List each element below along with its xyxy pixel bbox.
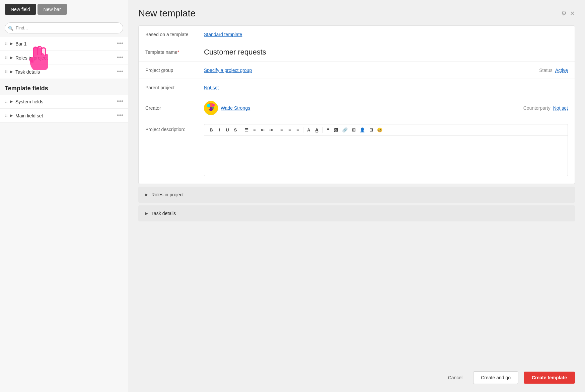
taskdetails-label: Task details <box>15 69 114 75</box>
search-icon: 🔍 <box>8 25 13 30</box>
bars-list: ⠿ ▶ Bar 1 ••• ⠿ ▶ Roles in project ••• ⠿… <box>0 37 128 79</box>
align-left-button[interactable]: ≡ <box>278 126 285 133</box>
blockquote-button[interactable]: ❝ <box>324 126 332 133</box>
parent-project-value: Not set <box>204 85 568 90</box>
bold-button[interactable]: B <box>208 126 215 133</box>
new-bar-button[interactable]: New bar <box>38 4 67 15</box>
roles-label: Roles in project <box>15 55 114 61</box>
roles-chevron-icon: ▶ <box>145 192 148 197</box>
creator-name-link[interactable]: Wade Strongs <box>221 105 250 111</box>
chevron-roles: ▶ <box>10 56 13 60</box>
editor-body[interactable] <box>204 136 568 176</box>
indent-less-button[interactable]: ⇤ <box>259 126 266 133</box>
project-description-row: Project description: B I U S ☰ ≡ ⇤ ⇥ ≡ <box>139 120 575 184</box>
search-input[interactable] <box>5 22 123 33</box>
project-group-value: Specify a project group <box>204 68 539 73</box>
italic-button[interactable]: I <box>216 126 223 133</box>
toolbar-sep-3 <box>303 127 303 133</box>
based-on-link[interactable]: Standard template <box>204 32 242 37</box>
tree-item-bar1[interactable]: ⠿ ▶ Bar 1 ••• <box>0 37 128 51</box>
template-fields-heading: Template fields <box>0 79 128 95</box>
svg-point-5 <box>208 107 210 109</box>
image-button[interactable]: 🖼 <box>332 126 340 133</box>
creator-label: Creator <box>145 105 204 111</box>
creator-row: Creator Wade Strongs Counterpart <box>139 96 575 120</box>
rich-text-editor: B I U S ☰ ≡ ⇤ ⇥ ≡ ≡ ≡ A <box>204 124 568 176</box>
roles-section[interactable]: ▶ Roles in project <box>138 187 575 203</box>
project-description-label: Project description: <box>145 124 204 132</box>
table-button[interactable]: ⊞ <box>350 126 357 133</box>
bottom-bar: Cancel Create and go Create template <box>138 365 575 384</box>
avatar-icon <box>204 101 218 115</box>
editor-toolbar: B I U S ☰ ≡ ⇤ ⇥ ≡ ≡ ≡ A <box>204 124 568 136</box>
new-field-button[interactable]: New field <box>5 4 36 15</box>
based-on-value: Standard template <box>204 32 568 37</box>
template-name-row: Template name* <box>139 43 575 62</box>
svg-point-3 <box>212 104 215 106</box>
drag-handle-systemfields: ⠿ <box>5 99 8 104</box>
parent-project-link[interactable]: Not set <box>204 85 219 90</box>
form-card: Based on a template Standard template Te… <box>138 25 575 184</box>
underline-button[interactable]: U <box>224 126 231 133</box>
status-section: Status Active <box>539 68 568 73</box>
mainfieldset-menu[interactable]: ••• <box>114 112 123 119</box>
mainfieldset-label: Main field set <box>15 113 114 118</box>
tree-item-systemfields[interactable]: ⠿ ▶ System fields ••• <box>0 95 128 109</box>
project-group-link[interactable]: Specify a project group <box>204 68 252 73</box>
link-button[interactable]: 🔗 <box>341 126 349 133</box>
create-template-button[interactable]: Create template <box>524 372 575 384</box>
status-value[interactable]: Active <box>555 68 568 73</box>
person-button[interactable]: 👤 <box>358 126 367 133</box>
strikethrough-button[interactable]: S <box>232 126 239 133</box>
based-on-row: Based on a template Standard template <box>139 26 575 43</box>
indent-more-button[interactable]: ⇥ <box>267 126 274 133</box>
counterparty-section: Counterparty Not set <box>523 105 568 111</box>
align-right-button[interactable]: ≡ <box>294 126 301 133</box>
avatar <box>204 101 218 115</box>
align-center-button[interactable]: ≡ <box>286 126 293 133</box>
toolbar-sep-4 <box>322 127 322 133</box>
template-name-input[interactable] <box>204 48 568 57</box>
chevron-systemfields: ▶ <box>10 99 13 104</box>
embed-button[interactable]: ⊡ <box>367 126 375 133</box>
task-details-section[interactable]: ▶ Task details <box>138 205 575 221</box>
drag-handle-roles: ⠿ <box>5 55 8 60</box>
bar1-menu[interactable]: ••• <box>114 40 123 47</box>
font-color-button[interactable]: A <box>305 126 312 133</box>
emoji-button[interactable]: 😀 <box>375 126 384 133</box>
svg-point-2 <box>207 104 210 107</box>
left-toolbar: New field New bar <box>0 0 128 19</box>
systemfields-menu[interactable]: ••• <box>114 98 123 105</box>
drag-handle-taskdetails: ⠿ <box>5 69 8 74</box>
required-marker: * <box>177 50 179 55</box>
close-icon-button[interactable]: ✕ <box>570 10 575 17</box>
task-details-chevron-icon: ▶ <box>145 211 148 216</box>
tree-item-mainfieldset[interactable]: ⠿ ▶ Main field set ••• <box>0 109 128 123</box>
chevron-taskdetails: ▶ <box>10 70 13 74</box>
project-group-row: Project group Specify a project group St… <box>139 62 575 79</box>
cancel-button[interactable]: Cancel <box>443 372 468 384</box>
chevron-bar1: ▶ <box>10 41 13 46</box>
systemfields-label: System fields <box>15 99 114 104</box>
status-label: Status <box>539 68 553 73</box>
roles-section-label: Roles in project <box>151 192 184 197</box>
tree-item-roles[interactable]: ⠿ ▶ Roles in project ••• <box>0 51 128 65</box>
toolbar-sep-2 <box>276 127 276 133</box>
ol-button[interactable]: ☰ <box>243 126 250 133</box>
ul-button[interactable]: ≡ <box>251 126 258 133</box>
counterparty-value[interactable]: Not set <box>553 105 568 111</box>
dialog-header: New template ⚙ ✕ <box>138 8 575 19</box>
taskdetails-menu[interactable]: ••• <box>114 68 123 75</box>
drag-handle-mainfieldset: ⠿ <box>5 113 8 118</box>
tree-item-taskdetails[interactable]: ⠿ ▶ Task details ••• <box>0 65 128 79</box>
bg-color-button[interactable]: A̲ <box>313 126 320 133</box>
parent-project-row: Parent project Not set <box>139 79 575 96</box>
create-and-go-button[interactable]: Create and go <box>473 371 518 384</box>
project-group-label: Project group <box>145 68 204 73</box>
chevron-mainfieldset: ▶ <box>10 113 13 118</box>
dialog-icons: ⚙ ✕ <box>561 10 575 17</box>
settings-icon-button[interactable]: ⚙ <box>561 10 567 17</box>
parent-project-label: Parent project <box>145 85 204 90</box>
roles-menu[interactable]: ••• <box>114 54 123 61</box>
toolbar-sep-1 <box>241 127 241 133</box>
